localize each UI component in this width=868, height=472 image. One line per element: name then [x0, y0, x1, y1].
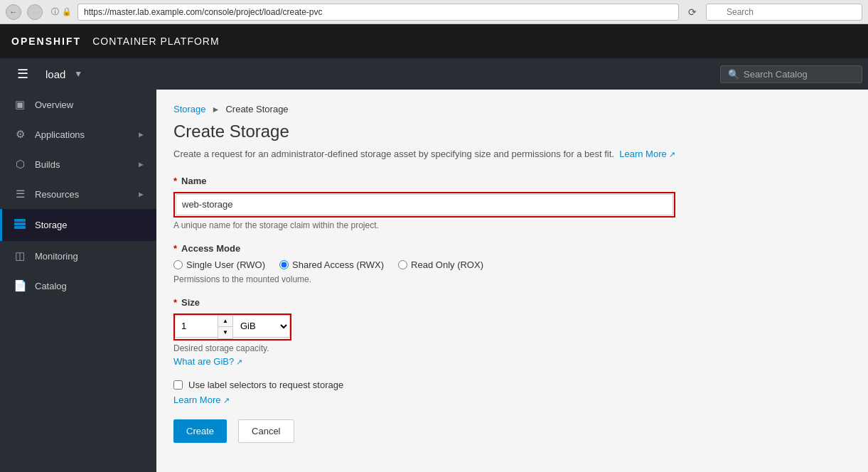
- radio-rox-label: Read Only (ROX): [411, 259, 483, 270]
- search-catalog-icon: 🔍: [728, 69, 739, 80]
- learn-more-link-top[interactable]: Learn More: [619, 149, 675, 159]
- radio-rwx[interactable]: [279, 260, 289, 269]
- size-unit-select[interactable]: MiB GiB TiB: [233, 315, 290, 338]
- create-button[interactable]: Create: [173, 419, 227, 443]
- form-buttons: Create Cancel: [173, 419, 851, 443]
- search-catalog-placeholder: Search Catalog: [744, 69, 808, 80]
- sidebar-item-catalog[interactable]: 📄 Catalog: [0, 271, 156, 301]
- sidebar-item-applications[interactable]: ⚙ Applications ►: [0, 119, 156, 149]
- project-dropdown-arrow[interactable]: ▼: [74, 69, 82, 79]
- name-label: * Name: [173, 176, 851, 186]
- breadcrumb-storage-link[interactable]: Storage: [173, 104, 206, 114]
- name-field-group: * Name A unique name for the storage cla…: [173, 176, 851, 230]
- breadcrumb: Storage ► Create Storage: [173, 104, 851, 114]
- sidebar-item-storage[interactable]: Storage: [0, 209, 156, 241]
- brand-name: OPENSHIFT: [11, 36, 81, 47]
- size-spinners: ▲ ▼: [218, 315, 233, 339]
- size-help-text: Desired storage capacity.: [173, 343, 851, 353]
- sidebar-item-monitoring[interactable]: ◫ Monitoring: [0, 241, 156, 271]
- access-mode-required-star: *: [173, 243, 177, 254]
- overview-icon: ▣: [14, 98, 26, 111]
- secondary-navbar: ☰ load ▼ 🔍 Search Catalog: [0, 58, 868, 90]
- sidebar-label-catalog: Catalog: [35, 281, 67, 291]
- main-layout: ▣ Overview ⚙ Applications ► ⬡ Builds ► ☰…: [0, 90, 868, 472]
- radio-rox[interactable]: [398, 260, 407, 269]
- breadcrumb-current: Create Storage: [225, 104, 288, 114]
- forward-button[interactable]: →: [27, 4, 43, 20]
- create-storage-form: * Name A unique name for the storage cla…: [173, 176, 851, 443]
- applications-icon: ⚙: [14, 128, 26, 141]
- checkbox-group-label-selectors: Use label selectors to request storage: [173, 380, 851, 390]
- page-title: Create Storage: [173, 122, 851, 141]
- sidebar: ▣ Overview ⚙ Applications ► ⬡ Builds ► ☰…: [0, 90, 156, 472]
- page-description: Create a request for an administrator-de…: [173, 147, 851, 161]
- top-navbar: OPENSHIFT CONTAINER PLATFORM: [0, 24, 868, 58]
- access-mode-help-text: Permissions to the mounted volume.: [173, 274, 851, 284]
- monitoring-icon: ◫: [14, 250, 26, 262]
- catalog-icon: 📄: [14, 279, 26, 292]
- builds-arrow: ►: [137, 160, 145, 168]
- resources-arrow: ►: [137, 190, 145, 198]
- sidebar-item-resources[interactable]: ☰ Resources ►: [0, 179, 156, 209]
- svg-rect-0: [14, 219, 26, 222]
- size-required-star: *: [173, 297, 177, 308]
- project-name: load: [40, 68, 71, 80]
- sidebar-label-builds: Builds: [35, 159, 60, 170]
- name-help-text: A unique name for the storage claim with…: [173, 220, 851, 230]
- what-are-gib-link[interactable]: What are GiB?: [173, 356, 242, 367]
- name-input[interactable]: [176, 194, 673, 215]
- sidebar-label-resources: Resources: [35, 189, 79, 200]
- size-field-group: * Size ▲ ▼ MiB GiB TiB: [173, 297, 851, 367]
- sidebar-label-applications: Applications: [35, 129, 85, 140]
- hamburger-menu[interactable]: ☰: [6, 66, 40, 82]
- sidebar-label-monitoring: Monitoring: [35, 251, 78, 262]
- size-decrement-btn[interactable]: ▼: [218, 327, 232, 338]
- learn-more-link-bottom[interactable]: Learn More: [173, 395, 230, 405]
- storage-icon: [14, 218, 26, 232]
- resources-icon: ☰: [14, 188, 26, 200]
- sidebar-item-overview[interactable]: ▣ Overview: [0, 90, 156, 119]
- label-selectors-label: Use label selectors to request storage: [188, 380, 343, 390]
- sidebar-item-builds[interactable]: ⬡ Builds ►: [0, 149, 156, 179]
- radio-rwo[interactable]: [173, 260, 183, 269]
- browser-chrome: ← → ⓘ 🔒 ⟳ 🔍: [0, 0, 868, 24]
- size-input[interactable]: [175, 315, 218, 338]
- label-selectors-group: Use label selectors to request storage L…: [173, 380, 851, 405]
- url-bar[interactable]: [77, 4, 679, 21]
- size-row: ▲ ▼ MiB GiB TiB: [173, 313, 851, 340]
- browser-search-input[interactable]: [706, 4, 862, 21]
- breadcrumb-separator: ►: [212, 104, 220, 114]
- name-field-border: [173, 192, 675, 218]
- radio-read-only[interactable]: Read Only (ROX): [398, 259, 483, 270]
- name-required-star: *: [173, 176, 177, 186]
- svg-rect-2: [14, 226, 26, 229]
- radio-shared-access[interactable]: Shared Access (RWX): [279, 259, 384, 270]
- applications-arrow: ►: [137, 130, 145, 139]
- brand-subtitle: CONTAINER PLATFORM: [92, 36, 220, 47]
- back-button[interactable]: ←: [6, 4, 21, 20]
- search-catalog-input[interactable]: 🔍 Search Catalog: [720, 65, 862, 83]
- sidebar-label-overview: Overview: [35, 100, 73, 110]
- builds-icon: ⬡: [14, 158, 26, 171]
- sidebar-label-storage: Storage: [35, 220, 68, 230]
- size-increment-btn[interactable]: ▲: [218, 316, 232, 327]
- radio-rwx-label: Shared Access (RWX): [292, 259, 384, 270]
- radio-single-user[interactable]: Single User (RWO): [173, 259, 265, 270]
- size-label: * Size: [173, 297, 851, 308]
- size-input-border: ▲ ▼ MiB GiB TiB: [173, 313, 291, 340]
- radio-rwo-label: Single User (RWO): [186, 259, 265, 270]
- svg-rect-1: [14, 222, 26, 225]
- label-selectors-checkbox[interactable]: [173, 380, 183, 390]
- refresh-button[interactable]: ⟳: [685, 4, 700, 20]
- content-area: Storage ► Create Storage Create Storage …: [156, 90, 868, 472]
- cancel-button[interactable]: Cancel: [238, 419, 294, 443]
- access-mode-group: * Access Mode Single User (RWO) Shared A…: [173, 243, 851, 284]
- radio-group-access-mode: Single User (RWO) Shared Access (RWX) Re…: [173, 259, 851, 270]
- access-mode-label: * Access Mode: [173, 243, 851, 254]
